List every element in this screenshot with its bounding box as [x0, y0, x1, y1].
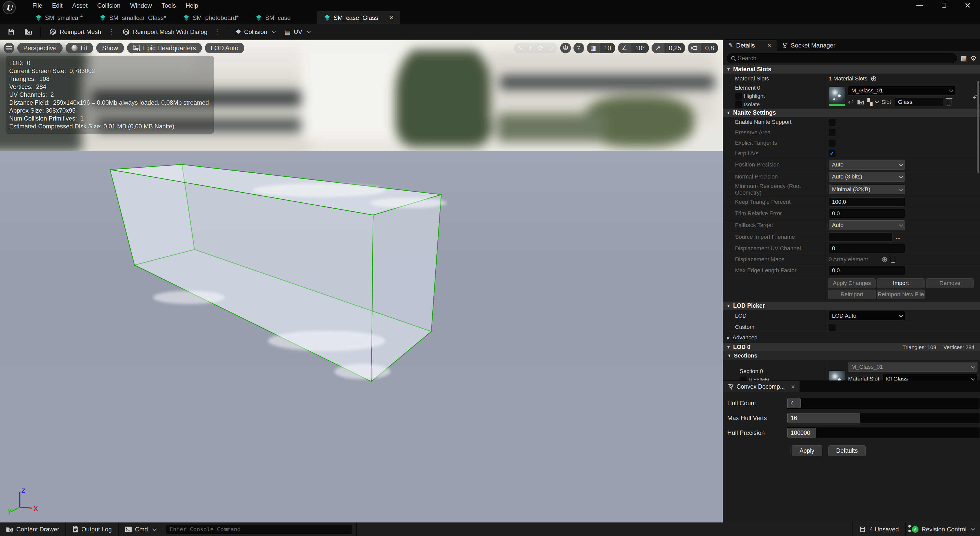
max-hull-verts-slider[interactable]: 16 — [787, 413, 980, 423]
revision-control-button[interactable]: ✓ Revision Control — [906, 522, 980, 536]
advanced-row[interactable]: ▶ Advanced — [723, 332, 980, 343]
preserve-area-checkbox[interactable] — [829, 129, 835, 136]
cmd-selector[interactable]: Cmd — [119, 522, 162, 536]
rotate-icon[interactable]: ⟳ — [536, 45, 546, 52]
content-drawer-button[interactable]: Content Drawer — [0, 522, 65, 536]
show-button[interactable]: Show — [96, 43, 124, 53]
hull-precision-slider[interactable]: 100000 — [787, 428, 980, 438]
lod-auto-button[interactable]: LOD Auto — [205, 43, 244, 53]
display-filter-icon[interactable]: ▦ — [961, 54, 967, 62]
tab-sm-case[interactable]: SM_case — [249, 11, 298, 24]
enable-nanite-checkbox[interactable] — [829, 119, 835, 126]
section-material-thumbnail[interactable] — [829, 370, 845, 380]
slot-name-input[interactable]: Glass — [895, 97, 943, 107]
search-input[interactable]: Search — [727, 53, 957, 63]
convex-tab-close-icon[interactable]: ✕ — [791, 384, 795, 390]
grid-snap-control[interactable]: ▦ 10 — [587, 43, 615, 53]
checker-pattern-icon[interactable]: ▚ — [867, 98, 873, 106]
keep-triangle-percent-input[interactable]: 100,0 — [829, 198, 905, 207]
save-button[interactable] — [3, 26, 19, 38]
tab-close-icon[interactable]: ✕ — [389, 14, 393, 21]
details-scrollbar[interactable] — [977, 81, 979, 173]
browse-file-button[interactable]: ... — [896, 233, 900, 241]
remove-button[interactable]: Remove — [926, 278, 974, 288]
clear-array-icon[interactable] — [891, 258, 895, 263]
menu-help[interactable]: Help — [181, 0, 203, 11]
position-precision-dropdown[interactable]: Auto — [829, 160, 905, 169]
surface-snap-button[interactable] — [573, 43, 584, 53]
output-log-button[interactable]: Output Log — [66, 522, 118, 536]
category-nanite-settings[interactable]: ▼ Nanite Settings — [723, 108, 980, 117]
move-icon[interactable]: + — [525, 45, 536, 52]
sections-subheader[interactable]: ▼ Sections — [723, 351, 980, 360]
scale-icon[interactable]: ↔ — [545, 42, 557, 54]
material-dropdown[interactable]: M_Glass_01 — [848, 86, 955, 96]
select-icon[interactable]: ↖ — [515, 45, 525, 52]
details-tab-close-icon[interactable]: ✕ — [767, 42, 772, 48]
unsaved-button[interactable]: * 4 Unsaved — [853, 522, 905, 536]
hull-count-slider[interactable]: 4 — [787, 398, 980, 408]
menu-collision[interactable]: Collision — [92, 0, 125, 11]
browse-to-asset-button[interactable] — [21, 26, 36, 38]
custom-checkbox[interactable] — [829, 324, 835, 331]
source-import-filename-input[interactable] — [829, 232, 892, 242]
reimport-mesh-dialog-button[interactable]: Reimport Mesh With Dialog — [118, 26, 212, 38]
menu-edit[interactable]: Edit — [47, 0, 67, 11]
section-material-dropdown[interactable]: M_Glass_01 — [848, 362, 977, 372]
normal-precision-dropdown[interactable]: Auto (8 bits) — [829, 172, 905, 182]
convex-defaults-button[interactable]: Defaults — [829, 445, 865, 456]
restore-icon[interactable] — [942, 3, 946, 8]
explicit-tangents-checkbox[interactable] — [829, 140, 835, 147]
lerp-uvs-checkbox[interactable]: ✓ — [829, 150, 835, 157]
category-lod-picker[interactable]: ▼ LOD Picker — [723, 302, 980, 310]
settings-gear-icon[interactable]: ⚙ — [970, 54, 977, 62]
import-button[interactable]: Import — [877, 278, 924, 288]
tab-sm-photoboard[interactable]: SM_photoboard* — [177, 11, 245, 24]
tab-sm-smallcar[interactable]: SM_smallcar* — [29, 11, 89, 24]
rotation-snap-control[interactable]: ∠ 10° — [618, 43, 649, 53]
reimport-new-file-button[interactable]: Reimport New File — [877, 290, 924, 299]
tab-details[interactable]: ✎ Details ✕ — [723, 40, 776, 51]
viewport[interactable]: Perspective Lit Show Epic Headquarters L… — [0, 40, 723, 522]
material-thumbnail[interactable] — [829, 86, 845, 106]
camera-speed-control[interactable]: 0,8 — [688, 43, 718, 53]
scene-setup-button[interactable]: Epic Headquarters — [127, 43, 202, 53]
collision-menu-button[interactable]: ✸ Collision — [231, 26, 279, 38]
add-array-element-icon[interactable]: ⊕ — [881, 255, 888, 263]
reimport-button[interactable]: Reimport — [828, 290, 876, 299]
world-local-gizmo-button[interactable] — [560, 43, 571, 53]
perspective-button[interactable]: Perspective — [18, 43, 62, 53]
menu-file[interactable]: File — [27, 0, 47, 11]
tab-socket-manager[interactable]: Socket Manager — [776, 40, 841, 51]
tab-convex-decomposition[interactable]: Convex Decomp... ✕ — [723, 381, 800, 392]
apply-changes-button[interactable]: Apply Changes — [828, 278, 876, 288]
minimum-residency-dropdown[interactable]: Minimal (32KB) — [829, 185, 905, 194]
category-lod0[interactable]: ▼ LOD 0 Triangles: 108 Vertices: 284 — [723, 343, 980, 351]
convex-apply-button[interactable]: Apply — [792, 445, 822, 456]
lod-dropdown[interactable]: LOD Auto — [829, 311, 905, 321]
add-material-slot-icon[interactable]: ⊕ — [870, 75, 877, 83]
trim-relative-error-input[interactable]: 0,0 — [829, 209, 905, 218]
menu-asset[interactable]: Asset — [67, 0, 92, 11]
close-icon[interactable]: ✕ — [964, 2, 971, 10]
console-command-input[interactable]: Enter Console Command — [166, 525, 353, 534]
category-material-slots[interactable]: ▼ Material Slots — [723, 65, 980, 73]
menu-window[interactable]: Window — [125, 0, 157, 11]
section-highlight-checkbox[interactable] — [740, 376, 746, 380]
menu-tools[interactable]: Tools — [157, 0, 181, 11]
material-slot-dropdown[interactable]: [0] Glass — [882, 374, 977, 380]
uv-menu-button[interactable]: ▦ UV — [280, 26, 313, 38]
reimport-options-icon[interactable]: ⋮ — [107, 28, 117, 36]
tab-sm-smallcar-glass[interactable]: SM_smallcar_Glass* — [93, 11, 173, 24]
minimize-icon[interactable] — [916, 5, 923, 6]
reimport-dialog-options-icon[interactable]: ⋮ — [213, 28, 223, 36]
view-mode-button[interactable]: Lit — [65, 43, 93, 53]
viewport-options-button[interactable] — [3, 43, 14, 53]
tab-sm-case-glass[interactable]: SM_case_Glass ✕ — [317, 11, 400, 24]
browse-to-asset-icon[interactable] — [857, 99, 864, 105]
displacement-uv-channel-input[interactable]: 0 — [829, 244, 905, 253]
use-selected-asset-icon[interactable]: ↩ — [848, 98, 854, 106]
reimport-mesh-button[interactable]: Reimport Mesh — [45, 26, 105, 38]
max-edge-length-factor-input[interactable]: 0,0 — [829, 266, 905, 275]
details-property-list[interactable]: ▼ Material Slots Material Slots 1 Materi… — [723, 65, 980, 380]
